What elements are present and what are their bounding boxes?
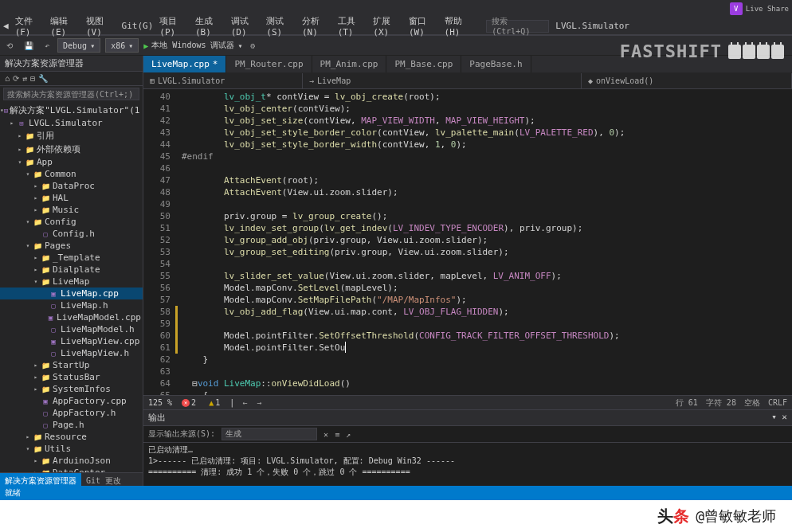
sync-icon[interactable]: ⇄	[22, 74, 27, 83]
tree-item[interactable]: ▸📁外部依赖项	[0, 143, 143, 156]
tree-item[interactable]: ▣LiveMap.cpp	[0, 288, 143, 299]
editor-footer: 125 % ✕2 ▲1 | ← → 行 61 字符 28 空格 CRLF	[143, 395, 792, 409]
tree-item[interactable]: ▸📁Music	[0, 204, 143, 216]
menu-item[interactable]: 窗口(W)	[409, 15, 438, 37]
tree-item[interactable]: ▾📁Config	[0, 216, 143, 228]
breadcrumb: ⊞ LVGL.Simulator → LiveMap ◆ onViewLoad(…	[143, 73, 792, 89]
line-indicator[interactable]: 行 61	[676, 397, 698, 409]
menu-item[interactable]: 调试(D)	[231, 15, 261, 37]
tree-item[interactable]: ▸📁ArduinoJson	[0, 455, 143, 467]
tree-item[interactable]: ▸📁DataProc	[0, 180, 143, 192]
tree-search[interactable]: 搜索解决方案资源管理器(Ctrl+;)	[3, 88, 139, 100]
watermark: FASTSHIFT	[620, 41, 784, 61]
tree-item[interactable]: ▣LiveMapModel.cpp	[0, 311, 143, 323]
tree-item[interactable]: ▣LiveMapView.cpp	[0, 335, 143, 347]
tree-item[interactable]: ▸📁SystemInfos	[0, 383, 143, 395]
account-icon[interactable]: V	[730, 2, 743, 15]
run-button[interactable]: ▶本地 Windows 调试器 ▾	[143, 40, 242, 51]
save-icon[interactable]: 💾	[21, 40, 37, 52]
tree-item[interactable]: ▢Config.h	[0, 228, 143, 240]
solution-name: LVGL.Simulator	[555, 21, 789, 31]
zoom-level[interactable]: 125 %	[148, 398, 172, 407]
menu-item[interactable]: Git(G)	[122, 21, 154, 31]
menu-item[interactable]: 生成(B)	[195, 15, 225, 37]
tree-item[interactable]: ▾📁Pages	[0, 240, 143, 252]
nav-forward[interactable]: →	[255, 398, 263, 407]
tree-item[interactable]: ▸⊞LVGL.Simulator	[0, 117, 143, 129]
config-dropdown[interactable]: Debug ▾	[57, 38, 100, 53]
menu-item[interactable]: 视图(V)	[86, 15, 116, 37]
menu-item[interactable]: 项目(P)	[159, 15, 189, 37]
collapse-icon[interactable]: ⊟	[30, 74, 35, 83]
tree-item[interactable]: ▾📁App	[0, 156, 143, 168]
tree-item[interactable]: ▢LiveMapView.h	[0, 347, 143, 359]
clear-icon[interactable]: ✕	[323, 430, 328, 439]
menu-item[interactable]: 文件(F)	[15, 15, 45, 37]
menu-item[interactable]: 工具(T)	[338, 15, 367, 37]
solution-tree: ▾⊞解决方案"LVGL.Simulator"(1 个项目/共 1 个) ▸⊞LV…	[0, 102, 143, 472]
toutiao-overlay: 头条 @曾敏敏老师	[0, 500, 792, 532]
undo-icon[interactable]: ↶	[41, 40, 53, 52]
editor-tab[interactable]: PageBase.h	[461, 56, 531, 72]
nav-back[interactable]: ←	[241, 398, 249, 407]
home-icon[interactable]: ⌂	[5, 74, 10, 83]
back-icon[interactable]: ◀	[3, 21, 9, 31]
tree-item[interactable]: ▾📁Utils	[0, 443, 143, 455]
col-indicator[interactable]: 字符 28	[706, 397, 736, 409]
tree-item[interactable]: ▾📁Common	[0, 168, 143, 180]
eol-indicator[interactable]: CRLF	[768, 398, 787, 407]
tree-item[interactable]: ▢LiveMapModel.h	[0, 323, 143, 335]
back-button[interactable]: ⟲	[3, 40, 16, 52]
pane-title: 解决方案资源管理器	[0, 56, 143, 72]
tree-item[interactable]: ▸📁StatusBar	[0, 371, 143, 383]
bc-method[interactable]: ◆ onViewLoad()	[582, 73, 792, 88]
tree-item[interactable]: ▸📁Dialplate	[0, 264, 143, 276]
code-editor[interactable]: 4041424344454647484950515253545556575859…	[143, 89, 792, 395]
tree-item[interactable]: ▸📁Resource	[0, 431, 143, 443]
output-title: 输出	[148, 412, 166, 424]
menu-item[interactable]: 分析(N)	[302, 15, 331, 37]
bc-project[interactable]: ⊞ LVGL.Simulator	[143, 73, 303, 88]
platform-dropdown[interactable]: x86 ▾	[105, 38, 139, 53]
editor-tab[interactable]: LiveMap.cpp	[143, 56, 226, 72]
goto-icon[interactable]: ↗	[346, 430, 351, 439]
menu-item[interactable]: 帮助(H)	[445, 15, 474, 37]
bilibili-logo	[728, 45, 784, 59]
search-box[interactable]: 搜索 (Ctrl+Q)	[486, 20, 549, 33]
warning-count[interactable]: ▲1	[206, 398, 223, 407]
tree-item[interactable]: ▸📁StartUp	[0, 359, 143, 371]
refresh-icon[interactable]: ⟳	[13, 74, 19, 83]
tree-item[interactable]: ▸📁DataCenter	[0, 467, 143, 472]
tree-item[interactable]: ▾📁LiveMap	[0, 276, 143, 288]
editor-tab[interactable]: PM_Router.cpp	[226, 56, 312, 72]
editor-tab[interactable]: PM_Anim.cpp	[312, 56, 387, 72]
status-ready: 就绪	[5, 487, 21, 499]
indent-indicator[interactable]: 空格	[744, 397, 760, 409]
error-count[interactable]: ✕2	[178, 398, 199, 407]
solution-explorer: 解决方案资源管理器 ⌂ ⟳ ⇄ ⊟ 🔧 搜索解决方案资源管理器(Ctrl+;) …	[0, 56, 143, 489]
tree-item[interactable]: ▢AppFactory.h	[0, 407, 143, 419]
tree-item[interactable]: ▢Page.h	[0, 419, 143, 431]
output-body[interactable]: 已启动清理… 1>------ 已启动清理: 项目: LVGL.Simulato…	[143, 443, 792, 489]
tree-item[interactable]: ▣AppFactory.cpp	[0, 395, 143, 407]
output-source-dropdown[interactable]: 生成	[222, 428, 317, 440]
code-body[interactable]: lv_obj_t* contView = lv_obj_create(root)…	[175, 89, 792, 395]
word-wrap-icon[interactable]: ≡	[335, 430, 339, 439]
menu-item[interactable]: 编辑(E)	[50, 15, 80, 37]
menu-item[interactable]: 测试(S)	[266, 15, 296, 37]
wrench-icon[interactable]: 🔧	[38, 74, 48, 83]
menu-bar: ◀ 文件(F) 编辑(E) 视图(V) Git(G) 项目(P) 生成(B) 调…	[0, 18, 792, 35]
tree-item[interactable]: ▸📁HAL	[0, 192, 143, 204]
tree-item[interactable]: ▸📁引用	[0, 129, 143, 143]
live-share[interactable]: Live Share	[746, 5, 789, 13]
tool-icon[interactable]: ⚙	[248, 40, 259, 52]
tree-item[interactable]: ▢LiveMap.h	[0, 299, 143, 311]
pin-icon[interactable]: ▾ ✕	[771, 412, 787, 424]
output-src-label: 显示输出来源(S):	[148, 428, 215, 440]
menu-item[interactable]: 扩展(X)	[373, 15, 402, 37]
editor-tab[interactable]: PM_Base.cpp	[386, 56, 461, 72]
tree-item[interactable]: ▸📁_Template	[0, 252, 143, 264]
solution-root[interactable]: ▾⊞解决方案"LVGL.Simulator"(1 个项目/共 1 个)	[0, 104, 143, 117]
bc-class[interactable]: → LiveMap	[303, 73, 582, 88]
gutter: 4041424344454647484950515253545556575859…	[143, 89, 175, 395]
